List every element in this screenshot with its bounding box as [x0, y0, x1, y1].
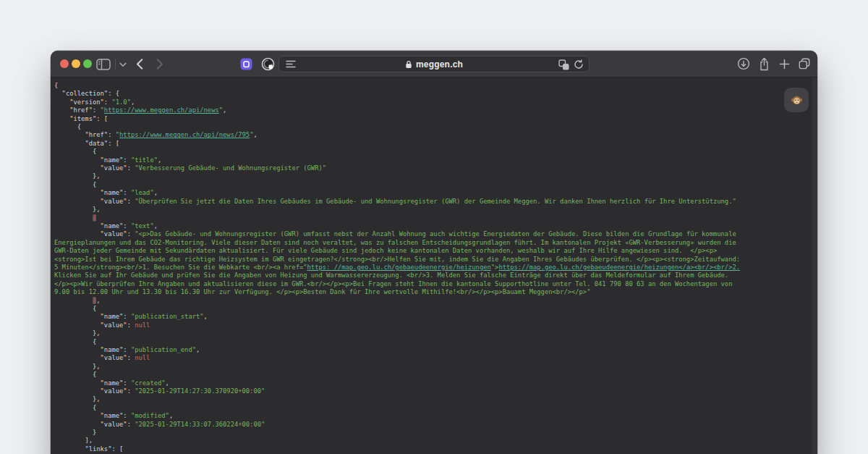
- code-token: {: [54, 148, 96, 155]
- code-token: "name":: [54, 222, 131, 230]
- code-token: "1.0": [111, 98, 130, 106]
- code-token: "value":: [54, 354, 135, 361]
- new-tab-button[interactable]: [778, 58, 790, 70]
- code-token: },: [54, 363, 101, 370]
- code-line: },: [54, 329, 744, 337]
- extension-circle-button[interactable]: [261, 57, 275, 71]
- back-button[interactable]: [135, 58, 145, 70]
- code-token: ,: [196, 346, 200, 353]
- chevron-down-icon: [119, 62, 127, 67]
- code-token: ,: [204, 313, 208, 320]
- reload-button[interactable]: [574, 59, 584, 70]
- code-line: },: [54, 395, 744, 403]
- code-token: {: [54, 404, 96, 411]
- code-line: {: [54, 338, 744, 346]
- code-line: {: [54, 371, 744, 379]
- code-token: "publication_start": [131, 313, 204, 320]
- code-line: {: [54, 123, 744, 131]
- forward-icon: [156, 59, 163, 70]
- hyperlink[interactable]: https://www.meggen.ch/api/news/795: [119, 131, 250, 138]
- json-code: { "collection": { "version": "1.0", "hre…: [54, 82, 744, 453]
- code-token: "data": [: [54, 140, 119, 147]
- close-window-button[interactable]: [60, 59, 69, 68]
- hyperlink[interactable]: https://www.meggen.ch/api/news: [104, 106, 219, 114]
- code-line: "value": "2025-01-29T14:33:07.360224+00:…: [54, 421, 744, 429]
- downloads-button[interactable]: [737, 57, 750, 70]
- scrollbar[interactable]: [812, 77, 817, 454]
- code-token: ,: [96, 297, 100, 304]
- code-token: {: [54, 181, 96, 188]
- code-token: "name":: [54, 379, 131, 387]
- code-line: },: [54, 206, 744, 214]
- circular-extension-icon: [261, 57, 275, 71]
- code-token: [54, 297, 93, 304]
- minimize-window-button[interactable]: [72, 59, 80, 68]
- code-line: "name": "lead",: [54, 189, 744, 197]
- code-line: "links": [: [54, 445, 744, 453]
- fullscreen-window-button[interactable]: [83, 59, 92, 68]
- code-line: {: [54, 181, 744, 189]
- code-token: "name":: [54, 313, 131, 320]
- code-line: "href": "https://www.meggen.ch/api/news"…: [54, 106, 744, 114]
- code-token: },: [54, 329, 101, 337]
- code-token: "value":: [54, 321, 135, 329]
- code-token: null: [135, 321, 150, 329]
- code-token: "value":: [54, 387, 135, 395]
- code-token: "Überprüfen Sie jetzt die Daten Ihres Ge…: [135, 198, 736, 205]
- userscript-manager-button[interactable]: [784, 88, 809, 112]
- code-token: "href":: [54, 131, 116, 138]
- code-line: },: [54, 297, 744, 305]
- code-token: "name":: [54, 156, 131, 164]
- code-token: ,: [166, 379, 169, 387]
- code-token: "modified": [131, 412, 169, 419]
- tab-overview-button[interactable]: [798, 57, 811, 70]
- code-line: "value": null: [54, 354, 744, 362]
- sidebar-toggle-button[interactable]: [95, 58, 111, 71]
- code-token: "name":: [54, 346, 131, 353]
- code-token: {: [54, 305, 96, 312]
- code-line: {: [54, 305, 744, 313]
- share-icon: [758, 57, 770, 71]
- code-token: "value":: [54, 421, 135, 428]
- code-token: "name":: [54, 189, 131, 196]
- code-token: ,: [169, 412, 173, 419]
- code-line: "version": "1.0",: [54, 98, 744, 106]
- code-token: ">: [491, 264, 499, 271]
- code-token: "lead": [131, 189, 154, 196]
- code-token: {: [54, 123, 81, 130]
- address-bar[interactable]: meggen.ch: [278, 56, 590, 72]
- purple-extension-icon: [240, 58, 252, 70]
- monkey-face-icon: [791, 94, 803, 106]
- translate-button[interactable]: [558, 59, 569, 70]
- hyperlink[interactable]: https: //map.geo.lu.ch/gebaeudeenergie/h…: [307, 264, 491, 271]
- browser-window: meggen.ch: [51, 51, 817, 454]
- code-line: },: [54, 172, 744, 180]
- code-token: },: [54, 395, 101, 403]
- code-token: [54, 214, 93, 222]
- code-line: "name": "text",: [54, 222, 744, 230]
- forward-button[interactable]: [155, 58, 165, 70]
- share-button[interactable]: [757, 56, 770, 71]
- code-token: "href":: [54, 106, 101, 114]
- code-token: "publication_end": [131, 346, 196, 353]
- code-line: "data": [: [54, 140, 744, 148]
- code-token: "created": [131, 379, 166, 387]
- code-token: "value":: [54, 198, 135, 205]
- hyperlink[interactable]: https://map.geo.lu.ch/gebaeudeenergie/he…: [498, 264, 740, 271]
- back-icon: [136, 59, 143, 70]
- code-token: "name":: [54, 412, 131, 419]
- code-line: ],: [54, 437, 744, 445]
- code-token: "text": [131, 222, 154, 230]
- code-token: },: [54, 172, 101, 180]
- download-icon: [737, 57, 750, 70]
- browser-toolbar: meggen.ch: [51, 51, 817, 77]
- sidebar-menu-button[interactable]: [119, 62, 127, 67]
- url-text-container: meggen.ch: [279, 56, 589, 72]
- extension-purple-button[interactable]: [240, 58, 252, 70]
- code-token: ,: [154, 189, 158, 196]
- code-token: ,: [253, 131, 257, 138]
- code-token: "value":: [54, 164, 135, 172]
- code-token: ,: [154, 222, 158, 230]
- code-token: ,: [158, 156, 161, 164]
- code-line: }: [54, 429, 744, 437]
